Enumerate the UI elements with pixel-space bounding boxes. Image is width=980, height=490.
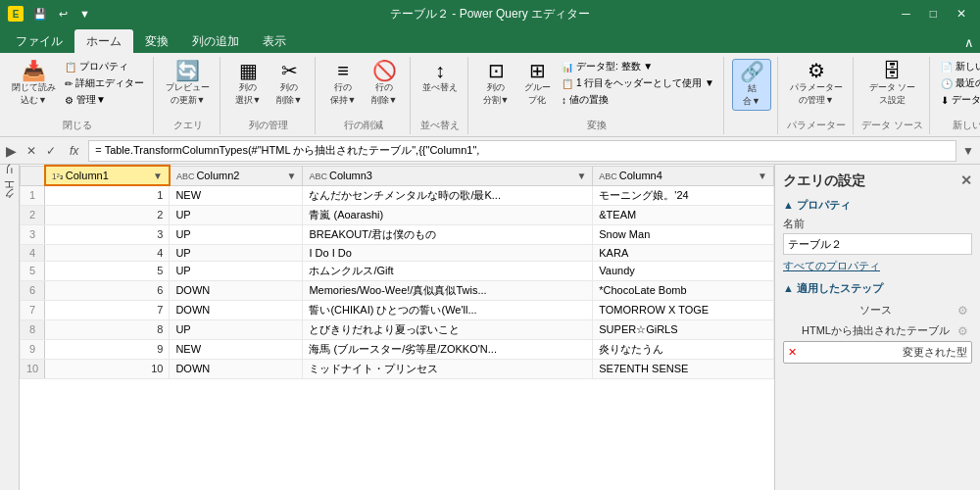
step-gear-icon[interactable]: ⚙ bbox=[957, 324, 968, 338]
close-load-button[interactable]: 📥 閉じて読み込む▼ bbox=[8, 59, 60, 109]
step-item[interactable]: ソース⚙ bbox=[783, 300, 972, 320]
new-source-label: 新しいソース▼ bbox=[956, 60, 980, 74]
new-source-button[interactable]: 📄 新しいソース▼ bbox=[938, 59, 980, 74]
col2-dropdown[interactable]: ▼ bbox=[287, 171, 297, 181]
recent-sources-button[interactable]: 🕒 最近のソース▼ bbox=[938, 75, 980, 91]
tab-home[interactable]: ホーム bbox=[74, 29, 133, 53]
step-item[interactable]: ✕変更された型 bbox=[783, 341, 972, 364]
ribbon-collapse-button[interactable]: ∧ bbox=[958, 35, 980, 50]
settings-close-button[interactable]: ✕ bbox=[960, 172, 972, 190]
remove-columns-button[interactable]: ✂ 列の削除▼ bbox=[270, 59, 309, 109]
manage-params-button[interactable]: ⚙ パラメーターの管理▼ bbox=[786, 59, 847, 109]
maximize-button[interactable]: □ bbox=[924, 5, 943, 23]
choose-columns-button[interactable]: ▦ 列の選択▼ bbox=[228, 59, 268, 109]
col3-cell: ミッドナイト・プリンセス bbox=[303, 359, 593, 378]
combine-label: 結合▼ bbox=[743, 82, 760, 108]
use-first-row-icon: 📋 bbox=[562, 78, 573, 89]
row-num-cell: 1 bbox=[21, 185, 45, 205]
datasource-label: データ ソース設定 bbox=[869, 81, 916, 107]
split-col-button[interactable]: ⊡ 列の分割▼ bbox=[476, 59, 515, 109]
table-area[interactable]: 1²₃Column1 ▼ ABCColumn2 ▼ ABCColumn3 bbox=[20, 165, 774, 490]
preview-refresh-button[interactable]: 🔄 プレビューの更新▼ bbox=[162, 59, 214, 109]
remove-rows-button[interactable]: 🚫 行の削除▼ bbox=[365, 59, 404, 109]
col2-header[interactable]: ABCColumn2 ▼ bbox=[170, 166, 303, 185]
col2-cell: UP bbox=[170, 244, 303, 261]
table-row[interactable]: 6 6 DOWN Memories/Woo-Wee!/真似真似Twis... *… bbox=[21, 280, 774, 300]
data-type-button[interactable]: 📊 データ型: 整数 ▼ bbox=[559, 59, 717, 74]
step-item[interactable]: HTMLから抽出されたテーブル⚙ bbox=[783, 320, 972, 341]
table-row[interactable]: 7 7 DOWN 誓い(CHIKAI) ひとつの誓い(We'll... TOMO… bbox=[21, 300, 774, 319]
tab-view[interactable]: 表示 bbox=[251, 29, 298, 53]
ribbon-group-row-reduce-content: ≡ 行の保持▼ 🚫 行の削除▼ bbox=[323, 59, 404, 117]
save-qat-button[interactable]: 💾 bbox=[29, 6, 51, 23]
col3-type-icon: ABC bbox=[309, 172, 327, 181]
col1-cell: 10 bbox=[45, 359, 170, 378]
table-row[interactable]: 9 9 NEW 海馬 (ブルースター/劣等星/ZOKKO'N... 炎りなたうん bbox=[21, 339, 774, 359]
close-button[interactable]: ✕ bbox=[951, 5, 972, 23]
ribbon-group-close: 📥 閉じて読み込む▼ 📋 プロパティ ✏ 詳細エディター ⚙ 管理▼ 閉じる bbox=[2, 57, 154, 134]
step-gear-icon[interactable]: ⚙ bbox=[957, 304, 968, 318]
col2-cell: DOWN bbox=[170, 300, 303, 319]
enter-data-button[interactable]: ⬇ データの入力 bbox=[938, 92, 980, 108]
formula-bar: ▶ ✕ ✓ fx ▼ bbox=[0, 137, 980, 165]
keep-rows-button[interactable]: ≡ 行の保持▼ bbox=[323, 59, 363, 109]
properties-section-label[interactable]: ▲ プロパティ bbox=[783, 198, 972, 213]
table-row[interactable]: 1 1 NEW なんだかセンチメンタルな時の歌/最K... モーニング娘。'24 bbox=[21, 185, 774, 205]
table-row[interactable]: 5 5 UP ホムンクルス/Gift Vaundy bbox=[21, 261, 774, 280]
steps-section-label[interactable]: ▲ 適用したステップ bbox=[783, 281, 972, 296]
query-panel-label[interactable]: クエリ bbox=[2, 169, 17, 207]
manage-icon: ⚙ bbox=[65, 95, 74, 106]
col1-header[interactable]: 1²₃Column1 ▼ bbox=[45, 166, 170, 185]
formula-input[interactable] bbox=[88, 140, 956, 162]
col3-dropdown[interactable]: ▼ bbox=[576, 171, 586, 181]
step-marker bbox=[787, 305, 790, 317]
cancel-formula-button[interactable]: ✕ bbox=[23, 142, 40, 160]
all-properties-link[interactable]: すべてのプロパティ bbox=[783, 259, 880, 273]
new-query-group-label: 新しいクエリ bbox=[953, 119, 980, 132]
datasource-icon: 🗄 bbox=[882, 61, 902, 80]
col3-cell: BREAKOUT/君は僕のもの bbox=[303, 224, 593, 244]
manage-button[interactable]: ⚙ 管理▼ bbox=[62, 92, 147, 108]
properties-label: プロパティ bbox=[79, 60, 128, 74]
use-first-row-label: 1 行目をヘッダーとして使用 ▼ bbox=[576, 76, 714, 90]
table-row[interactable]: 10 10 DOWN ミッドナイト・プリンセス SE7ENTH SENSE bbox=[21, 359, 774, 378]
sort-button[interactable]: ↕ 並べ替え bbox=[418, 59, 462, 96]
col1-dropdown[interactable]: ▼ bbox=[153, 171, 163, 181]
row-num-cell: 9 bbox=[21, 339, 45, 359]
datasource-group-label: データ ソース bbox=[861, 119, 923, 132]
qat-dropdown[interactable]: ▼ bbox=[75, 6, 94, 22]
col4-dropdown[interactable]: ▼ bbox=[758, 171, 767, 181]
ribbon-group-query-content: 🔄 プレビューの更新▼ bbox=[162, 59, 214, 117]
col2-cell: UP bbox=[170, 261, 303, 280]
ribbon-group-combine: 🔗 結合▼ bbox=[726, 57, 778, 134]
col3-header[interactable]: ABCColumn3 ▼ bbox=[303, 166, 593, 185]
name-input[interactable] bbox=[783, 233, 972, 255]
combine-button[interactable]: 🔗 結合▼ bbox=[732, 59, 771, 111]
undo-qat-button[interactable]: ↩ bbox=[55, 6, 72, 23]
tab-transform[interactable]: 変換 bbox=[133, 29, 180, 53]
table-row[interactable]: 3 3 UP BREAKOUT/君は僕のもの Snow Man bbox=[21, 224, 774, 244]
confirm-formula-button[interactable]: ✓ bbox=[42, 142, 60, 160]
ribbon-tab-bar: ファイル ホーム 変換 列の追加 表示 ∧ bbox=[0, 27, 980, 53]
table-row[interactable]: 4 4 UP I Do I Do KARA bbox=[21, 244, 774, 261]
tab-file[interactable]: ファイル bbox=[4, 29, 74, 53]
tab-add-column[interactable]: 列の追加 bbox=[180, 29, 251, 53]
advanced-editor-button[interactable]: ✏ 詳細エディター bbox=[62, 75, 147, 91]
table-row[interactable]: 2 2 UP 青嵐 (Aoarashi) &TEAM bbox=[21, 205, 774, 224]
datasource-settings-button[interactable]: 🗄 データ ソース設定 bbox=[865, 59, 920, 109]
col1-type-icon: 1²₃ bbox=[52, 172, 64, 181]
step-name: HTMLから抽出されたテーブル bbox=[802, 323, 950, 338]
formula-dropdown-arrow[interactable]: ▼ bbox=[960, 142, 976, 160]
minimize-button[interactable]: ─ bbox=[896, 5, 916, 23]
ribbon-group-datasource: 🗄 データ ソース設定 データ ソース bbox=[856, 57, 930, 134]
steps-container: ソース⚙ HTMLから抽出されたテーブル⚙✕変更された型 bbox=[783, 300, 972, 364]
properties-button[interactable]: 📋 プロパティ bbox=[62, 59, 147, 74]
use-first-row-button[interactable]: 📋 1 行目をヘッダーとして使用 ▼ bbox=[559, 75, 717, 91]
group-by-button[interactable]: ⊞ グループ化 bbox=[517, 59, 557, 109]
ribbon-group-row-reduce: ≡ 行の保持▼ 🚫 行の削除▼ 行の削減 bbox=[318, 57, 411, 134]
col4-header[interactable]: ABCColumn4 ▼ bbox=[593, 166, 774, 185]
ribbon-group-sort-content: ↕ 並べ替え bbox=[418, 59, 462, 117]
expand-icon[interactable]: ▶ bbox=[4, 141, 19, 161]
table-row[interactable]: 8 8 UP とびきりだれより夏っぽいこと SUPER☆GiRLS bbox=[21, 319, 774, 339]
replace-values-button[interactable]: ↕ 値の置換 bbox=[559, 92, 717, 108]
